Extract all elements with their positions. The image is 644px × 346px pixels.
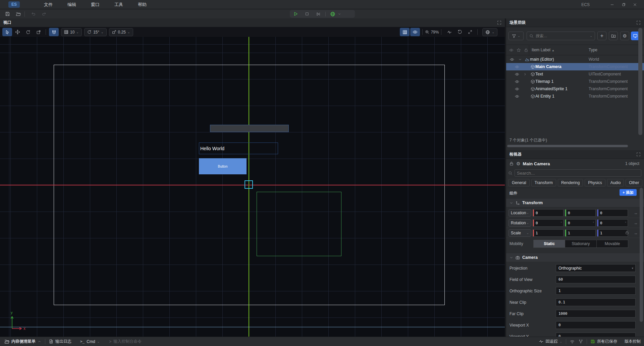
link-values-icon[interactable]: ↔ bbox=[634, 221, 638, 225]
near-clip-input[interactable] bbox=[556, 298, 636, 306]
location-mode-dropdown[interactable]: Location⌄ bbox=[508, 209, 531, 217]
scale-x-input[interactable] bbox=[533, 229, 564, 237]
redo-button[interactable] bbox=[40, 10, 48, 18]
viewport-expand-icon[interactable] bbox=[497, 20, 501, 25]
trace-dropdown[interactable]: 回追踪 ⌄ bbox=[539, 339, 562, 344]
add-entity-button[interactable]: + bbox=[597, 32, 606, 40]
snap-toggle-button[interactable] bbox=[49, 28, 59, 36]
ui-text-element[interactable]: Hello World bbox=[199, 142, 278, 154]
open-folder-button[interactable] bbox=[14, 10, 22, 18]
lock-column-icon[interactable] bbox=[524, 48, 528, 52]
visibility-column-icon[interactable] bbox=[509, 48, 514, 52]
mobility-option-static[interactable]: Static bbox=[534, 240, 565, 247]
tab-transform[interactable]: Transform bbox=[531, 179, 556, 186]
rotation-z-input[interactable]: ° bbox=[597, 219, 628, 227]
scale-y-input[interactable] bbox=[565, 229, 596, 237]
uniform-scale-lock-icon[interactable] bbox=[625, 230, 629, 235]
tab-other[interactable]: Other bbox=[626, 179, 642, 186]
undo-button[interactable] bbox=[29, 10, 38, 18]
chevron-down-icon[interactable] bbox=[518, 58, 522, 61]
hierarchy-vertical-scrollbar[interactable] bbox=[638, 28, 642, 135]
maximize-button[interactable] bbox=[618, 0, 629, 9]
network-status-icon[interactable] bbox=[570, 339, 575, 344]
filter-button[interactable]: ⌄ bbox=[508, 32, 524, 40]
hierarchy-row-text[interactable]: TextUITextComponent bbox=[506, 70, 644, 78]
hierarchy-column-header[interactable]: Item Label▲ Type bbox=[506, 45, 644, 55]
scene-canvas[interactable]: Hello World Button y x bbox=[0, 37, 505, 337]
rotate-tool-button[interactable] bbox=[23, 28, 33, 36]
item-label-column[interactable]: Item Label▲ bbox=[532, 48, 554, 52]
hierarchy-horizontal-scrollbar[interactable] bbox=[507, 145, 628, 147]
eye-icon[interactable] bbox=[515, 94, 519, 99]
scale-z-input[interactable] bbox=[597, 229, 628, 237]
stop-button[interactable] bbox=[301, 10, 313, 18]
fullscreen-button[interactable] bbox=[465, 28, 475, 36]
save-button[interactable] bbox=[3, 10, 12, 18]
menu-item-文件[interactable]: 文件 bbox=[37, 0, 60, 9]
mobility-option-movable[interactable]: Movable bbox=[597, 240, 628, 247]
world-dropdown[interactable]: ⌄ bbox=[482, 28, 497, 36]
hierarchy-search[interactable]: ⌄ bbox=[527, 32, 595, 40]
inspector-search-box[interactable] bbox=[515, 169, 641, 177]
menu-item-窗口[interactable]: 窗口 bbox=[84, 0, 107, 9]
camera-section-header[interactable]: Camera bbox=[506, 253, 644, 262]
cmd-dropdown[interactable]: >_ Cmd ⌄ bbox=[80, 339, 100, 344]
version-control-button[interactable]: 版本控制 bbox=[625, 339, 641, 344]
transform-section-header[interactable]: Transform bbox=[506, 198, 644, 208]
mobility-option-stationary[interactable]: Stationary bbox=[565, 240, 597, 247]
ui-button-element[interactable]: Button bbox=[199, 158, 247, 174]
hierarchy-row-main-camera[interactable]: Main CameraTransformComponent bbox=[506, 63, 644, 70]
move-tool-button[interactable] bbox=[13, 28, 22, 36]
branch-icon[interactable] bbox=[579, 339, 583, 344]
rotation-y-input[interactable]: ° bbox=[565, 219, 596, 227]
rotation-x-input[interactable]: ° bbox=[533, 219, 564, 227]
far-clip-input[interactable] bbox=[556, 310, 636, 318]
content-drawer-button[interactable]: 内容侧滑菜单 bbox=[4, 339, 41, 344]
object-settings-icon[interactable]: ⚙ bbox=[516, 161, 521, 166]
inspector-expand-icon[interactable] bbox=[636, 152, 641, 157]
location-y-input[interactable] bbox=[565, 209, 596, 217]
rotation-mode-dropdown[interactable]: Rotation⌄ bbox=[508, 219, 531, 227]
eye-icon[interactable] bbox=[510, 57, 514, 62]
grid-toggle-button[interactable] bbox=[400, 28, 410, 36]
favorite-column-icon[interactable] bbox=[517, 48, 521, 52]
rect-edit-tool-button[interactable] bbox=[34, 28, 43, 36]
eye-icon[interactable] bbox=[515, 87, 519, 91]
app-logo[interactable]: ES bbox=[8, 1, 20, 8]
tab-rendering[interactable]: Rendering bbox=[558, 179, 583, 186]
location-z-input[interactable] bbox=[597, 209, 628, 217]
menu-item-编辑[interactable]: 编辑 bbox=[60, 0, 84, 9]
selection-gizmo-square[interactable] bbox=[245, 180, 253, 189]
globe-caret-icon[interactable] bbox=[336, 12, 342, 16]
rotate-snap-dropdown[interactable]: 15° ⌄ bbox=[84, 28, 107, 36]
new-folder-button[interactable] bbox=[609, 32, 618, 40]
chevron-right-icon[interactable] bbox=[523, 72, 527, 76]
orthographic-size-input[interactable] bbox=[556, 287, 636, 295]
location-x-input[interactable] bbox=[533, 209, 564, 217]
green-shape-rect[interactable] bbox=[257, 192, 341, 256]
console-command-input[interactable]: > 输入控制台命令 bbox=[109, 339, 142, 344]
eye-icon[interactable] bbox=[515, 79, 519, 84]
inspector-search-input[interactable] bbox=[517, 171, 639, 176]
projection-select[interactable]: ▾ bbox=[556, 264, 636, 272]
hierarchy-row-ai-entity-1[interactable]: AI Entity 1TransformComponent bbox=[506, 93, 644, 100]
minimize-button[interactable] bbox=[606, 0, 618, 9]
field-of-view-input[interactable] bbox=[556, 276, 636, 283]
eye-icon[interactable] bbox=[515, 72, 519, 76]
grid-snap-dropdown[interactable]: 10 ⌄ bbox=[61, 28, 82, 36]
close-button[interactable] bbox=[629, 0, 641, 9]
hierarchy-row-tilemap-1[interactable]: Tilemap 1TransformComponent bbox=[506, 78, 644, 85]
hierarchy-search-input[interactable] bbox=[536, 34, 588, 38]
eye-icon[interactable] bbox=[515, 65, 519, 69]
type-column[interactable]: Type bbox=[589, 48, 597, 52]
inspector-vertical-scrollbar[interactable] bbox=[640, 188, 643, 322]
scale-mode-dropdown[interactable]: Scale⌄ bbox=[508, 229, 531, 237]
hierarchy-expand-icon[interactable] bbox=[636, 20, 641, 25]
hierarchy-settings-button[interactable]: ⚙ bbox=[620, 32, 629, 40]
ui-slider-element[interactable] bbox=[210, 125, 289, 132]
zoom-indicator[interactable]: 79% bbox=[425, 30, 439, 35]
stats-button[interactable] bbox=[444, 28, 454, 36]
play-button[interactable] bbox=[290, 10, 301, 18]
select-tool-button[interactable] bbox=[2, 28, 12, 36]
viewport-x-input[interactable] bbox=[556, 321, 636, 329]
